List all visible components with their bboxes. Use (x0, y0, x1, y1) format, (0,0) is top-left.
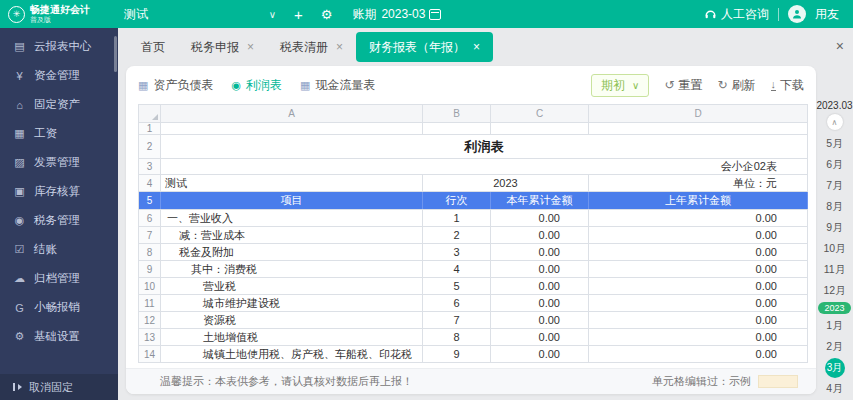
calendar-icon[interactable] (429, 9, 441, 20)
current-amount-cell[interactable]: 0.00 (491, 210, 589, 226)
line-number-cell[interactable]: 7 (423, 312, 491, 328)
month-item-11[interactable]: 3月 (816, 357, 853, 378)
current-amount-cell[interactable]: 0.00 (491, 278, 589, 294)
select-all-corner[interactable] (139, 105, 161, 122)
row-number[interactable]: 9 (139, 261, 161, 277)
month-item-3[interactable]: 8月 (816, 196, 853, 217)
row-number[interactable]: 1 (139, 123, 161, 134)
refresh-button[interactable]: ↻ 刷新 (717, 77, 755, 94)
line-number-cell[interactable]: 3 (423, 244, 491, 260)
item-cell[interactable]: 税金及附加 (161, 244, 423, 260)
line-number-cell[interactable]: 8 (423, 329, 491, 345)
row-number[interactable]: 5 (139, 192, 161, 209)
line-number-cell[interactable]: 4 (423, 261, 491, 277)
prior-amount-cell[interactable]: 0.00 (589, 210, 808, 226)
empty-cell[interactable] (491, 123, 589, 134)
row-number[interactable]: 12 (139, 312, 161, 328)
empty-cell[interactable] (589, 123, 808, 134)
line-number-cell[interactable]: 2 (423, 227, 491, 243)
current-amount-cell[interactable]: 0.00 (491, 346, 589, 362)
current-amount-cell[interactable]: 0.00 (491, 261, 589, 277)
month-item-12[interactable]: 4月 (816, 378, 853, 399)
item-cell[interactable]: 减：营业成本 (161, 227, 423, 243)
row-number[interactable]: 4 (139, 175, 161, 191)
prior-amount-cell[interactable]: 0.00 (589, 329, 808, 345)
prior-amount-cell[interactable]: 0.00 (589, 346, 808, 362)
add-account-button[interactable]: + (294, 7, 303, 22)
row-number[interactable]: 7 (139, 227, 161, 243)
support-button[interactable]: 人工咨询 (704, 6, 769, 23)
column-header-d[interactable]: D (589, 105, 808, 122)
tab-tax-register[interactable]: 税表清册× (267, 28, 356, 66)
current-amount-cell[interactable]: 0.00 (491, 227, 589, 243)
close-all-tabs-icon[interactable]: × (836, 39, 844, 53)
month-item-7[interactable]: 12月 (816, 280, 853, 301)
tab-home[interactable]: 首页 (128, 28, 178, 66)
row-number[interactable]: 11 (139, 295, 161, 311)
unit-cell[interactable]: 单位：元 (589, 175, 808, 191)
download-button[interactable]: ↓ 下载 (771, 77, 805, 94)
row-number[interactable]: 8 (139, 244, 161, 260)
empty-cell[interactable] (161, 123, 423, 134)
month-item-5[interactable]: 10月 (816, 238, 853, 259)
line-number-cell[interactable]: 9 (423, 346, 491, 362)
item-cell[interactable]: 土地增值税 (161, 329, 423, 345)
row-number[interactable]: 2 (139, 135, 161, 158)
prior-amount-cell[interactable]: 0.00 (589, 227, 808, 243)
sidebar-item-fixed-assets[interactable]: ⌂固定资产 (0, 90, 118, 119)
tab-financial-statements[interactable]: 财务报表（年报）× (356, 32, 493, 62)
sidebar-item-funds-management[interactable]: ¥资金管理 (0, 61, 118, 90)
prior-amount-cell[interactable]: 0.00 (589, 295, 808, 311)
line-number-cell[interactable]: 6 (423, 295, 491, 311)
month-item-2[interactable]: 7月 (816, 175, 853, 196)
row-number[interactable]: 6 (139, 210, 161, 226)
gear-icon[interactable]: ⚙ (321, 8, 333, 21)
sidebar-item-invoice-management[interactable]: ▨发票管理 (0, 148, 118, 177)
unpin-sidebar-button[interactable]: 取消固定 (0, 374, 118, 400)
company-cell[interactable]: 测试 (161, 175, 423, 191)
month-item-10[interactable]: 2月 (816, 336, 853, 357)
sidebar-item-inventory-accounting[interactable]: ▣库存核算 (0, 177, 118, 206)
sidebar-item-tax-management[interactable]: ◉税务管理 (0, 206, 118, 235)
line-number-cell[interactable]: 1 (423, 210, 491, 226)
sidebar-scrollbar-thumb[interactable] (114, 36, 117, 72)
month-item-6[interactable]: 11月 (816, 259, 853, 280)
current-amount-cell[interactable]: 0.00 (491, 329, 589, 345)
item-cell[interactable]: 其中：消费税 (161, 261, 423, 277)
column-header-a[interactable]: A (161, 105, 423, 122)
sidebar-item-reimbursement[interactable]: G小畅报销 (0, 293, 118, 322)
scroll-up-icon[interactable]: ∧ (827, 114, 843, 130)
prior-amount-cell[interactable]: 0.00 (589, 312, 808, 328)
item-cell[interactable]: 资源税 (161, 312, 423, 328)
sidebar-item-archive-management[interactable]: ☁归档管理 (0, 264, 118, 293)
sidebar-item-basic-settings[interactable]: ⚙基础设置 (0, 322, 118, 351)
item-cell[interactable]: 一、营业收入 (161, 210, 423, 226)
reset-button[interactable]: ↺ 重置 (664, 77, 702, 94)
report-tab-income-statement[interactable]: ◉利润表 (231, 77, 282, 94)
company-select[interactable]: 测试 ∨ (124, 6, 276, 23)
sidebar-item-salary[interactable]: ▦工资 (0, 119, 118, 148)
form-code-cell[interactable]: 会小企02表 (161, 159, 808, 174)
row-number[interactable]: 13 (139, 329, 161, 345)
current-amount-cell[interactable]: 0.00 (491, 312, 589, 328)
tab-tax-filing[interactable]: 税务申报× (178, 28, 267, 66)
year-cell[interactable]: 2023 (423, 175, 589, 191)
item-cell[interactable]: 营业税 (161, 278, 423, 294)
opening-balance-button[interactable]: 期初 ∨ (591, 74, 649, 97)
month-item-4[interactable]: 9月 (816, 217, 853, 238)
close-tab-icon[interactable]: × (473, 40, 480, 54)
report-title-cell[interactable]: 利润表 (161, 135, 808, 158)
close-tab-icon[interactable]: × (247, 40, 254, 54)
prior-amount-cell[interactable]: 0.00 (589, 244, 808, 260)
month-item-9[interactable]: 1月 (816, 315, 853, 336)
prior-amount-cell[interactable]: 0.00 (589, 261, 808, 277)
column-header-c[interactable]: C (491, 105, 589, 122)
empty-cell[interactable] (423, 123, 491, 134)
current-amount-cell[interactable]: 0.00 (491, 244, 589, 260)
item-cell[interactable]: 城镇土地使用税、房产税、车船税、印花税 (161, 346, 423, 362)
row-number[interactable]: 14 (139, 346, 161, 362)
report-tab-balance-sheet[interactable]: ▦资产负债表 (138, 77, 213, 94)
column-header-b[interactable]: B (423, 105, 491, 122)
avatar[interactable] (788, 5, 806, 23)
current-amount-cell[interactable]: 0.00 (491, 295, 589, 311)
